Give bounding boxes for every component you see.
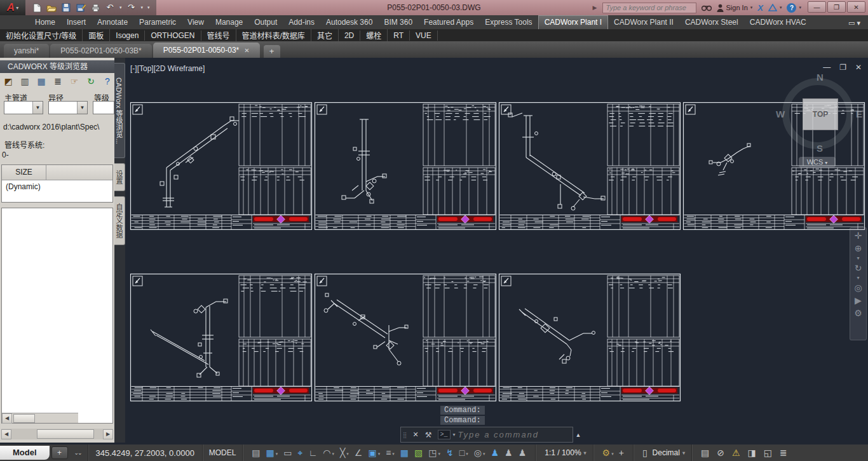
toolbar-item[interactable]: 面板: [83, 29, 110, 41]
spec-view-icon[interactable]: ◩: [3, 76, 14, 87]
annotation-scale-button[interactable]: 1:1 / 100%▾: [535, 444, 592, 461]
ribbon-tab-cadworx-hvac[interactable]: CADWorx HVAC: [744, 16, 812, 29]
ribbon-tab-featured-apps[interactable]: Featured Apps: [418, 16, 479, 29]
annotation-visibility-toggle[interactable]: ♟: [489, 445, 502, 460]
clean-screen-button[interactable]: ◱: [761, 445, 775, 460]
scroll-left-icon[interactable]: ◀: [1, 429, 11, 439]
search-input[interactable]: [602, 3, 696, 13]
panel-hscrollbar[interactable]: ◀ ▶: [1, 429, 113, 439]
document-tab[interactable]: P055-02P01-0050-03B*: [50, 44, 151, 58]
close-button[interactable]: ✕: [847, 1, 865, 13]
qat-customize-icon[interactable]: ▾: [147, 5, 150, 10]
size-dynamic-row[interactable]: (Dynamic): [2, 180, 112, 193]
close-icon[interactable]: ✕: [410, 431, 422, 439]
ucs-icon-toggle[interactable]: □▾: [457, 445, 471, 460]
search-icon[interactable]: [702, 4, 712, 11]
units-control[interactable]: ▯ Decimal▾: [633, 444, 691, 461]
dynamic-input-toggle[interactable]: ⌖: [295, 445, 306, 460]
annotation-autoscale-toggle[interactable]: ♟: [502, 445, 515, 460]
refresh-icon[interactable]: ↻: [85, 76, 97, 87]
save-as-icon[interactable]: [76, 3, 86, 13]
chevron-down-icon[interactable]: ▾: [346, 448, 349, 460]
viewport-controls-label[interactable]: [-][Top][2D Wireframe]: [130, 64, 205, 73]
new-layout-button[interactable]: +: [51, 446, 68, 459]
exchange-apps-icon[interactable]: X: [757, 3, 763, 13]
isometric-drafting-toggle[interactable]: ╳▾: [337, 445, 351, 460]
component-list-icon[interactable]: ≣: [52, 76, 64, 87]
toolbar-item[interactable]: Isogen: [110, 30, 145, 41]
annotation-scale-icon-toggle[interactable]: ♟: [516, 445, 529, 460]
grid-snap-toggle[interactable]: ▤: [249, 445, 262, 460]
quick-select-button[interactable]: ◨: [745, 445, 758, 460]
3d-object-snap-toggle[interactable]: ◳▾: [426, 445, 443, 460]
document-tab[interactable]: P055-02P01-0050-03*✕: [153, 43, 260, 58]
help-icon[interactable]: ?: [102, 76, 113, 87]
redo-icon[interactable]: ↷: [126, 3, 137, 13]
iso-sheet-6[interactable]: [314, 273, 497, 402]
chevron-down-icon[interactable]: ▾: [857, 256, 859, 261]
chevron-down-icon[interactable]: ▾: [483, 448, 485, 460]
show-motion-icon[interactable]: ▶: [855, 295, 862, 306]
listbox-hscrollbar[interactable]: ◀: [2, 413, 78, 423]
ribbon-tab-home[interactable]: Home: [29, 16, 61, 29]
minimize-button[interactable]: —: [823, 63, 831, 72]
reducer-combobox[interactable]: ▼: [48, 101, 88, 114]
chevron-down-icon[interactable]: ▾: [141, 5, 144, 10]
tab-close-icon[interactable]: ✕: [244, 47, 249, 54]
main-pipe-combobox[interactable]: ▼: [4, 101, 43, 114]
panel-title[interactable]: CADWORX 等级浏览器: [0, 60, 114, 73]
toolbar-item[interactable]: 2D: [339, 30, 360, 41]
customization-button[interactable]: ≣: [777, 445, 790, 460]
gear-icon[interactable]: ⚙: [854, 308, 862, 319]
isolate-objects-button[interactable]: ⊘: [714, 445, 727, 460]
toolbar-item[interactable]: RT: [388, 30, 410, 41]
ribbon-tab-annotate[interactable]: Annotate: [92, 16, 133, 29]
graphics-performance-button[interactable]: ⚠: [729, 445, 743, 460]
iso-sheet-2[interactable]: [314, 102, 497, 230]
ribbon-tab-output[interactable]: Output: [248, 16, 283, 29]
chevron-down-icon[interactable]: ▾: [378, 448, 381, 460]
dynamic-ucs-toggle[interactable]: ↯: [444, 445, 456, 460]
side-tab-3[interactable]: 自定义数据: [114, 196, 125, 245]
scrollbar-thumb[interactable]: [13, 414, 35, 423]
osnap-tracking-toggle[interactable]: ∠: [352, 445, 365, 460]
iso-sheet-5[interactable]: [130, 273, 313, 402]
annotation-monitor-toggle[interactable]: ◎▾: [471, 445, 488, 460]
polar-tracking-toggle[interactable]: ◠▾: [320, 445, 337, 460]
close-button[interactable]: ✕: [855, 63, 862, 72]
chevron-down-icon[interactable]: ▾: [857, 276, 859, 281]
save-icon[interactable]: [61, 3, 71, 13]
toolbar-item[interactable]: 螺栓: [360, 29, 388, 41]
ribbon-tab-parametric[interactable]: Parametric: [133, 16, 182, 29]
open-file-icon[interactable]: [46, 3, 57, 13]
toolbar-item[interactable]: VUE: [410, 30, 438, 41]
selection-cycling-toggle[interactable]: ▧: [412, 445, 425, 460]
iso-sheet-7[interactable]: [498, 273, 681, 402]
wrench-icon[interactable]: ⚒: [422, 431, 435, 439]
transparency-toggle[interactable]: ▦: [398, 445, 411, 460]
iso-sheet-1[interactable]: [130, 102, 313, 230]
chevron-down-icon[interactable]: ▾: [466, 448, 468, 460]
spec-combobox[interactable]: [93, 101, 114, 114]
workspace-switching[interactable]: ⚙▾ +: [593, 444, 633, 461]
toolbar-item[interactable]: 其它: [311, 29, 339, 41]
collapse-arrow-icon[interactable]: ▶: [593, 4, 597, 11]
help-icon[interactable]: ?▾: [787, 3, 801, 13]
ortho-mode-toggle[interactable]: ∟: [306, 445, 320, 460]
drag-grip-icon[interactable]: ⣿: [401, 432, 410, 438]
ribbon-display-options-icon[interactable]: ▭ ▾: [841, 17, 868, 29]
side-tab-1[interactable]: CADWorx 等级浏览...: [114, 63, 125, 158]
component-listbox[interactable]: ◀: [1, 208, 113, 424]
model-space-button[interactable]: MODEL: [202, 444, 243, 461]
layout-menu-icon[interactable]: ⌄⌄: [68, 450, 88, 456]
zoom-icon[interactable]: ⊕: [855, 243, 862, 254]
ribbon-tab-autodesk-360[interactable]: Autodesk 360: [320, 16, 378, 29]
model-layout-tab[interactable]: Model: [0, 446, 50, 460]
chevron-down-icon[interactable]: ▾: [119, 5, 122, 10]
lineweight-toggle[interactable]: ≡▾: [383, 445, 397, 460]
calculator-icon[interactable]: ▦: [36, 76, 47, 87]
pan-hand-icon[interactable]: ✛: [855, 230, 862, 241]
command-prompt-icon[interactable]: >_: [438, 430, 451, 439]
ribbon-tab-bim-360[interactable]: BIM 360: [378, 16, 418, 29]
scroll-right-icon[interactable]: ▶: [103, 429, 113, 439]
